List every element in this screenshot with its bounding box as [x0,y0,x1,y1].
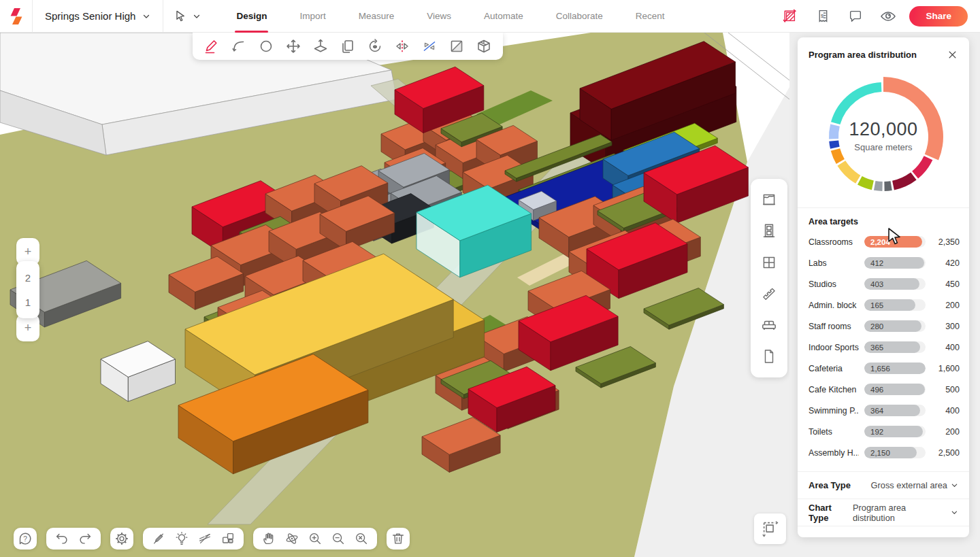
area-target-value: 420 [931,258,960,268]
area-target-value: 200 [931,427,960,437]
area-target-bar[interactable]: 365 [864,341,926,353]
area-target-bar[interactable]: 165 [864,299,926,311]
pan-hand-icon[interactable] [259,529,279,548]
area-target-bar[interactable]: 1,656 [864,362,926,374]
area-target-row: Assembly H...2,1502,500 [808,442,960,463]
area-target-bar[interactable]: 364 [864,405,926,416]
settings-gear-icon[interactable] [110,528,133,550]
chevron-down-icon [142,12,150,20]
staircase-icon[interactable] [754,278,784,309]
area-target-row: Indoor Sports365400 [808,337,960,358]
views-eye-icon[interactable] [877,5,900,28]
objects-rail [751,179,787,377]
area-target-label: Cafeteria [808,364,859,373]
area-target-row: Swimming P...364400 [808,400,960,421]
area-target-fill: 365 [864,341,920,353]
area-target-fill: 280 [864,320,921,332]
bill-of-quantities-icon[interactable]: $ [811,5,834,28]
area-target-label: Indoor Sports [808,343,859,352]
area-target-value: 400 [931,406,960,416]
circle-icon[interactable] [254,35,278,57]
nav-tab-views[interactable]: Views [410,0,468,33]
storey-level-1[interactable]: 1 [16,290,39,314]
redo-icon[interactable] [75,529,95,548]
solid-icon[interactable] [472,35,496,57]
section-icon[interactable] [444,35,469,57]
nav-tab-measure[interactable]: Measure [342,0,411,33]
area-target-label: Swimming P... [808,406,859,416]
share-button[interactable]: Share [909,6,968,27]
project-switcher[interactable]: Springs Senior High [33,0,163,33]
orbit-icon[interactable] [282,529,302,548]
furniture-icon[interactable] [754,309,784,341]
zoom-in-icon[interactable] [305,529,325,548]
storey-level-2[interactable]: 2 [16,265,39,290]
storey-selector: + 21 + [16,238,39,341]
area-targets-list: Classrooms2,2042,350Labs412420Studios403… [798,231,969,463]
sketch-off-icon[interactable] [148,529,169,548]
area-target-value: 2,350 [931,237,960,247]
app-logo[interactable] [0,0,33,33]
area-target-bar[interactable]: 496 [864,384,926,395]
window-icon[interactable] [754,247,784,278]
area-target-bar[interactable]: 2,150 [864,447,926,458]
draw-pencil-icon[interactable] [199,35,224,57]
area-target-bar[interactable]: 412 [864,257,926,269]
area-target-fill: 364 [864,405,920,416]
chevron-down-icon [193,12,201,20]
zoom-extents-icon[interactable] [351,529,372,548]
materials-paint-icon[interactable] [754,184,784,216]
area-target-value: 200 [931,301,960,310]
main-nav: DesignImportMeasureViewsAutomateCollabor… [220,0,681,33]
scale-resize-icon[interactable] [754,513,786,544]
help-icon[interactable]: ? [14,528,37,550]
add-storey-below-button[interactable]: + [16,314,39,341]
chevron-down-icon [951,509,958,516]
door-icon[interactable] [754,216,784,247]
massing-model-scene [0,33,789,557]
undo-icon[interactable] [52,529,72,548]
area-type-select[interactable]: Gross external area [871,480,958,490]
nav-tab-design[interactable]: Design [220,0,283,33]
area-target-label: Assembly H... [808,448,859,458]
mirror-icon[interactable] [390,35,414,57]
chart-type-select[interactable]: Program area distribution [853,503,958,523]
area-target-row: Classrooms2,2042,350 [808,231,960,252]
nav-tab-import[interactable]: Import [283,0,342,33]
program-area-panel: Program area distribution 120,000 Square… [798,37,969,537]
area-target-value: 1,600 [931,364,960,373]
area-target-value: 400 [931,343,960,352]
copy-icon[interactable] [336,35,360,57]
viewport-3d[interactable]: + 21 + ? [0,33,789,557]
arc-icon[interactable] [227,35,251,57]
comments-icon[interactable] [844,5,867,28]
area-target-fill: 2,204 [864,236,922,248]
area-target-bar[interactable]: 280 [864,320,926,332]
delete-trash-icon[interactable] [387,528,410,550]
zoom-out-icon[interactable] [328,529,348,548]
rotate-icon[interactable] [363,35,387,57]
split-icon[interactable] [417,35,442,57]
area-target-fill: 192 [864,426,923,437]
close-icon[interactable] [945,47,960,62]
draw-toolbar [193,33,503,60]
move-icon[interactable] [281,35,306,57]
nav-tab-collaborate[interactable]: Collaborate [540,0,619,33]
area-target-label: Toilets [808,427,859,437]
area-metrics-icon[interactable] [779,5,802,28]
top-bar: Springs Senior High DesignImportMeasureV… [0,0,980,33]
lights-bulb-icon[interactable] [172,529,192,548]
area-target-bar[interactable]: 403 [864,278,926,290]
panel-title: Program area distribution [808,50,917,60]
select-tool-dropdown[interactable] [163,0,212,33]
nav-tab-automate[interactable]: Automate [468,0,540,33]
area-target-bar[interactable]: 2,204 [864,236,926,248]
area-target-label: Labs [808,258,859,268]
page-icon[interactable] [754,341,784,372]
hidden-edges-icon[interactable] [195,529,215,548]
push-pull-icon[interactable] [308,35,333,57]
nav-tab-recent[interactable]: Recent [619,0,681,33]
area-target-fill: 412 [864,257,924,269]
massing-blocks-icon[interactable] [218,529,238,548]
area-target-bar[interactable]: 192 [864,426,926,437]
